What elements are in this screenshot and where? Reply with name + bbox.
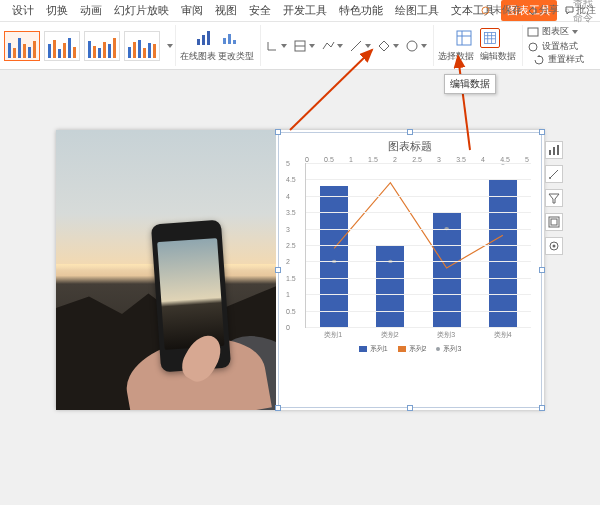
axis-title-dropdown[interactable] [293,39,315,53]
legend-item: 系列3 [443,344,461,354]
svg-rect-7 [228,34,231,44]
unsaved-label: 未保存 [492,3,522,17]
change-type-label: 更改类型 [218,50,254,63]
tab-animation[interactable]: 动画 [74,0,108,21]
edit-data-button[interactable] [480,28,500,48]
chart-side-tools [545,141,563,255]
gridline-dropdown[interactable] [377,39,399,53]
reset-style-button[interactable]: 重置样式 [533,53,584,66]
tab-devtools[interactable]: 开发工具 [277,0,333,21]
slide-image[interactable] [56,130,276,410]
secondary-axis-ticks: 00.5 11.5 22.5 33.5 44.5 5 [283,156,537,163]
tab-security[interactable]: 安全 [243,0,277,21]
ribbon: 在线图表 更改类型 选择数据 编辑数据 图表区 [0,22,600,70]
tab-features[interactable]: 特色功能 [333,0,389,21]
chart-object[interactable]: 图表标题 00.5 11.5 22.5 33.5 44.5 5 00.511.5… [278,132,542,408]
tab-transition[interactable]: 切换 [40,0,74,21]
annotate-button[interactable]: 批注 [565,3,596,17]
resize-handle[interactable] [275,267,281,273]
tab-design[interactable]: 设计 [6,0,40,21]
slide-canvas[interactable]: 图表标题 00.5 11.5 22.5 33.5 44.5 5 00.511.5… [0,70,600,505]
online-chart-icon[interactable] [194,28,214,48]
top-right-actions: 未保存 分享 批注 [481,3,596,17]
trendline-dropdown[interactable] [349,39,371,53]
annotate-label: 批注 [576,3,596,17]
format-label: 设置格式 [542,40,578,53]
ribbon-group-elements [260,25,431,66]
chart-style-2[interactable] [44,31,80,61]
chart-legend[interactable]: 系列1 系列2 系列3 [283,344,537,354]
x-axis-categories: 类别1 类别2 类别3 类别4 [305,330,531,340]
svg-rect-14 [457,31,471,45]
ribbon-group-data: 选择数据 编辑数据 [433,25,520,66]
data-label-dropdown[interactable] [321,39,343,53]
svg-rect-29 [549,150,551,155]
legend-item: 系列2 [409,344,427,354]
select-data-icon[interactable] [454,28,474,48]
change-type-icon[interactable] [220,28,240,48]
tab-drawing-tools[interactable]: 绘图工具 [389,0,445,21]
svg-rect-35 [551,219,557,225]
resize-handle[interactable] [407,405,413,411]
svg-point-32 [549,177,551,179]
chart-style-4[interactable] [124,31,160,61]
chart-style-1[interactable] [4,31,40,61]
ribbon-group-chart-source: 在线图表 更改类型 [175,25,258,66]
chart-area-dropdown[interactable]: 图表区 [527,25,578,38]
share-button[interactable]: 分享 [528,3,559,17]
chart-filters-icon[interactable] [545,189,563,207]
svg-marker-12 [379,41,389,51]
legend-dropdown[interactable] [405,39,427,53]
svg-point-23 [529,43,537,51]
resize-handle[interactable] [275,405,281,411]
tab-review[interactable]: 审阅 [175,0,209,21]
svg-point-2 [482,7,489,14]
svg-point-37 [553,245,556,248]
reset-style-label: 重置样式 [548,53,584,66]
unsaved-indicator[interactable]: 未保存 [481,3,522,17]
resize-handle[interactable] [275,129,281,135]
edit-data-tooltip: 编辑数据 [444,74,496,94]
svg-rect-8 [233,40,236,44]
chart-area-label: 图表区 [542,25,569,38]
online-chart-label: 在线图表 [180,50,216,63]
gallery-expand-icon[interactable] [167,44,173,48]
chart-style-gallery [4,31,173,61]
edit-data-label: 编辑数据 [480,50,516,63]
svg-rect-17 [485,33,496,44]
tab-view[interactable]: 视图 [209,0,243,21]
resize-handle[interactable] [539,405,545,411]
chart-elements-icon[interactable] [545,141,563,159]
resize-handle[interactable] [539,267,545,273]
chart-title[interactable]: 图表标题 [283,139,537,154]
chart-settings-icon[interactable] [545,237,563,255]
chart-styles-icon[interactable] [545,165,563,183]
format-button[interactable]: 设置格式 [527,40,578,53]
chart-browse-icon[interactable] [545,213,563,231]
tab-slideshow[interactable]: 幻灯片放映 [108,0,175,21]
slide[interactable]: 图表标题 00.5 11.5 22.5 33.5 44.5 5 00.511.5… [56,130,544,410]
chart-style-3[interactable] [84,31,120,61]
axis-dropdown[interactable] [265,39,287,53]
menu-tabs: 设计 切换 动画 幻灯片放映 审阅 视图 安全 开发工具 特色功能 绘图工具 文… [0,0,600,22]
select-data-label: 选择数据 [438,50,474,63]
svg-rect-30 [553,147,555,155]
ribbon-group-format: 图表区 设置格式 重置样式 [522,25,588,66]
svg-line-11 [351,41,361,51]
legend-item: 系列1 [370,344,388,354]
svg-point-13 [407,41,417,51]
chart-plot-area[interactable]: 00.511.522.533.544.55 [305,163,531,328]
svg-rect-31 [557,145,559,155]
share-label: 分享 [539,3,559,17]
svg-rect-5 [207,31,210,45]
svg-rect-22 [528,28,538,36]
svg-rect-6 [223,38,226,44]
resize-handle[interactable] [407,129,413,135]
svg-marker-33 [549,194,559,203]
svg-rect-4 [202,35,205,45]
resize-handle[interactable] [539,129,545,135]
svg-rect-3 [197,39,200,45]
